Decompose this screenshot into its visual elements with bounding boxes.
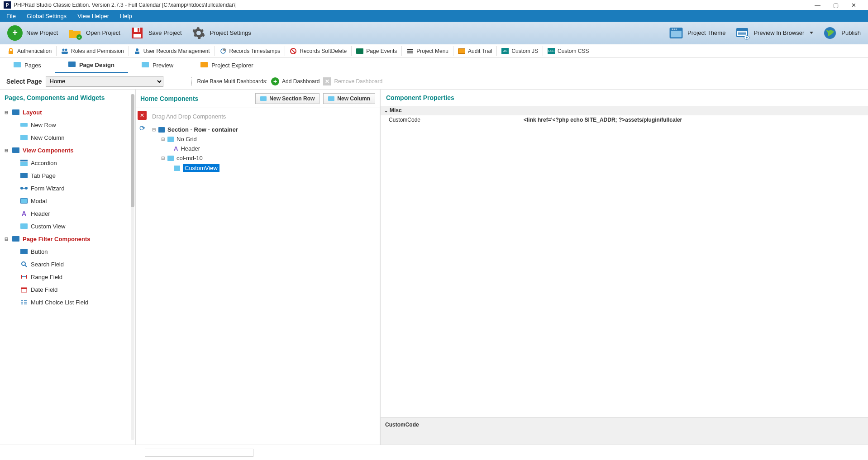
property-value[interactable]: <link href='<?php echo SITE_ADDR; ?>asse…: [521, 115, 868, 124]
header-icon: A: [20, 210, 28, 217]
minimize-button[interactable]: —: [815, 2, 820, 9]
tab-pages[interactable]: Pages: [0, 58, 55, 73]
item-tab-page[interactable]: Tab Page: [20, 169, 131, 182]
save-project-label: Save Project: [148, 29, 182, 36]
roles-permission-button[interactable]: Roles and Permission: [57, 46, 129, 56]
custom-js-button[interactable]: JS Custom JS: [497, 46, 543, 56]
item-custom-view[interactable]: Custom View: [20, 220, 131, 232]
category-layout-label: Layout: [23, 109, 42, 116]
customview-icon: [174, 166, 180, 171]
item-search-field[interactable]: Search Field: [20, 258, 131, 270]
collapse-icon: ⊟: [5, 110, 9, 115]
tab-preview[interactable]: Preview: [128, 58, 187, 73]
menu-view-helper[interactable]: View Helper: [77, 13, 109, 19]
item-range-field[interactable]: Range Field: [20, 270, 131, 283]
project-theme-label: Project Theme: [687, 29, 725, 36]
menu-file[interactable]: File: [6, 13, 16, 19]
checklist-icon: [20, 299, 28, 306]
custom-js-label: Custom JS: [511, 48, 538, 54]
new-project-button[interactable]: + New Project: [3, 24, 62, 43]
records-timestamps-button[interactable]: Records Timestamps: [215, 46, 286, 56]
tab-page-design[interactable]: Page Design: [55, 58, 128, 73]
tree-node-customview[interactable]: CustomView: [152, 163, 376, 173]
menubar: File Global Settings View Helper Help: [0, 10, 868, 22]
menu-global-settings[interactable]: Global Settings: [27, 13, 67, 19]
col-icon: [167, 156, 174, 161]
svg-rect-4: [138, 28, 139, 32]
plus-icon: +: [7, 25, 23, 41]
app-logo-icon: P: [4, 1, 11, 9]
item-new-row[interactable]: New Row: [20, 119, 131, 131]
refresh-button[interactable]: ⟳: [138, 123, 147, 133]
preview-browser-button[interactable]: Preview In Browser: [730, 24, 818, 43]
records-softdelete-button[interactable]: Records SoftDelete: [285, 46, 352, 56]
item-form-wizard[interactable]: Form Wizard: [20, 182, 131, 194]
drag-drop-placeholder: Drag And Drop Components: [152, 112, 376, 121]
publish-button[interactable]: Publish: [818, 24, 865, 43]
maximize-button[interactable]: ▢: [833, 2, 839, 9]
range-icon: [20, 273, 28, 280]
item-new-column[interactable]: New Column: [20, 131, 131, 144]
close-button[interactable]: ✕: [851, 2, 856, 9]
gear-icon: [191, 25, 206, 41]
item-header[interactable]: AHeader: [20, 207, 131, 220]
tree-node-nogrid[interactable]: ⊟ No Grid: [152, 134, 376, 144]
tab-project-explorer[interactable]: Project Explorer: [187, 58, 267, 73]
save-project-button[interactable]: Save Project: [125, 24, 186, 43]
tree-node-header[interactable]: A Header: [152, 144, 376, 153]
delete-component-button[interactable]: ✕: [138, 111, 147, 120]
new-section-row-button[interactable]: New Section Row: [255, 93, 320, 104]
property-name: CustomCode: [381, 115, 521, 124]
user-records-button[interactable]: User Records Management: [129, 46, 215, 56]
scrollbar-thumb[interactable]: [131, 94, 134, 207]
open-project-button[interactable]: + Open Project: [62, 24, 125, 43]
svg-point-17: [746, 37, 748, 38]
item-date-field[interactable]: Date Field: [20, 283, 131, 296]
authentication-button[interactable]: Authentication: [3, 46, 57, 56]
events-icon: [356, 47, 363, 55]
category-view-components[interactable]: ⊟ View Components: [5, 144, 131, 156]
select-page-dropdown[interactable]: Home: [46, 76, 163, 87]
category-view-components-label: View Components: [23, 147, 73, 154]
svg-rect-7: [671, 30, 682, 37]
remove-dashboard-label: Remove Dashboard: [334, 78, 382, 85]
add-dashboard-label: Add Dashboard: [282, 78, 320, 85]
tab-page-design-label: Page Design: [79, 62, 114, 68]
item-modal[interactable]: Modal: [20, 194, 131, 207]
category-page-filter[interactable]: ⊟ Page Filter Components: [5, 232, 131, 245]
new-column-button[interactable]: New Column: [323, 93, 375, 104]
property-row-customcode[interactable]: CustomCode <link href='<?php echo SITE_A…: [381, 115, 868, 124]
audit-trail-button[interactable]: Audit Trail: [453, 46, 497, 56]
records-timestamps-label: Records Timestamps: [229, 48, 281, 54]
globe-icon: [822, 25, 838, 41]
item-accordion[interactable]: Accordion: [20, 156, 131, 169]
tree-node-section[interactable]: ⊟ Section - Row - container: [152, 125, 376, 134]
main-tabs: Pages Page Design Preview Project Explor…: [0, 58, 868, 73]
project-menu-button[interactable]: Project Menu: [402, 46, 453, 56]
user-records-label: User Records Management: [143, 48, 210, 54]
preview-tab-icon: [142, 62, 149, 69]
x-square-icon: ✕: [323, 77, 331, 85]
remove-dashboard-button[interactable]: ✕ Remove Dashboard: [323, 77, 382, 85]
svg-rect-5: [134, 34, 141, 38]
menu-help[interactable]: Help: [120, 13, 132, 19]
folder-open-icon: +: [67, 25, 82, 41]
page-events-button[interactable]: Page Events: [352, 46, 402, 56]
calendar-icon: [20, 286, 28, 293]
status-segment: [145, 449, 253, 457]
item-multi-choice[interactable]: Multi Choice List Field: [20, 296, 131, 308]
home-components-panel: Home Components New Section Row New Colu…: [136, 90, 380, 445]
statusbar: [0, 445, 868, 460]
wizard-icon: [20, 185, 28, 192]
layout-icon: [12, 109, 20, 116]
custom-css-button[interactable]: CSS Custom CSS: [543, 46, 593, 56]
project-theme-button[interactable]: Project Theme: [664, 24, 730, 43]
category-layout[interactable]: ⊟ Layout: [5, 106, 131, 119]
tree-node-colmd10[interactable]: ⊟ col-md-10: [152, 153, 376, 163]
property-description: CustomCode: [381, 417, 868, 445]
item-button[interactable]: Button: [20, 245, 131, 258]
property-category-misc[interactable]: ⌄ Misc: [381, 106, 868, 115]
project-settings-button[interactable]: Project Settings: [186, 24, 256, 43]
add-dashboard-button[interactable]: + Add Dashboard: [271, 77, 320, 85]
svg-point-26: [223, 48, 226, 51]
